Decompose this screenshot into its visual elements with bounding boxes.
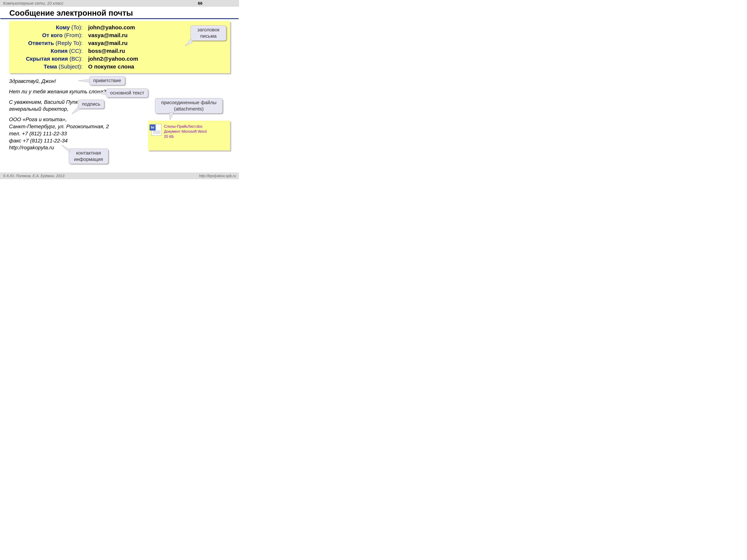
label-replyto-en: (Reply To):	[56, 40, 83, 46]
attachment-info: Слоны-ПрайсЛист.doc Документ Microsoft W…	[164, 124, 207, 139]
header-row-cc: Копия (CC): boss@mail.ru	[14, 47, 226, 55]
callout-header-text: заголовок письма	[198, 27, 220, 39]
word-document-icon	[151, 124, 161, 135]
email-body-text: Здравствуй, Джон! Нет ли у тебя желания …	[9, 78, 113, 151]
callout-contact-line2: информация	[74, 156, 103, 162]
top-bar: Компьютерные сети, 10 класс 66	[0, 0, 239, 7]
attachment-box: Слоны-ПрайсЛист.doc Документ Microsoft W…	[148, 121, 230, 151]
label-to-en: (To):	[71, 24, 82, 30]
body-contact: ООО «Рога и копыта», Санкт-Петербург, ул…	[9, 116, 113, 151]
slide-title: Сообщение электронной почты	[0, 7, 239, 19]
page-number: 66	[198, 1, 202, 6]
value-from: vasya@mail.ru	[88, 31, 128, 39]
callout-body: основной текст	[106, 88, 148, 98]
attachment-size: 20 КБ	[164, 134, 207, 139]
header-row-subject: Тема (Subject): О покупке слона	[14, 63, 226, 71]
value-to: john@yahoo.com	[88, 24, 135, 31]
email-header-box: Кому (To): john@yahoo.com От кого (From)…	[9, 21, 230, 73]
label-cc-ru: Копия	[51, 48, 68, 54]
attachment-type: Документ Microsoft Word	[164, 129, 207, 134]
value-subject: О покупке слона	[88, 63, 134, 71]
label-from-ru: От кого	[42, 32, 63, 38]
value-cc: boss@mail.ru	[88, 47, 125, 55]
svg-marker-4	[169, 112, 174, 120]
callout-greeting: приветствие	[89, 76, 125, 85]
callout-body-text: основной текст	[110, 90, 144, 96]
callout-signature: подпись	[78, 100, 104, 109]
callout-signature-text: подпись	[82, 101, 100, 107]
callout-attachments-line2: (attachments)	[174, 106, 204, 112]
callout-header: заголовок письма	[190, 25, 226, 41]
footer-url: http://kpolyakov.spb.ru	[199, 174, 236, 178]
label-bcc-en: (BC):	[70, 56, 82, 62]
callout-contact-line1: контактная	[76, 150, 101, 156]
label-cc-en: (CC):	[69, 48, 82, 54]
course-label: Компьютерные сети, 10 класс	[3, 1, 63, 6]
label-bcc-ru: Скрытая копия	[26, 56, 68, 62]
value-replyto: vasya@mail.ru	[88, 39, 128, 47]
callout-attachments-line1: присоединенные файлы	[161, 100, 216, 105]
email-body-area: Здравствуй, Джон! Нет ли у тебя желания …	[9, 78, 230, 151]
body-main: Нет ли у тебя желания купить слона?	[9, 88, 113, 95]
label-subject-ru: Тема	[44, 63, 57, 70]
callout-attachments: присоединенные файлы (attachments)	[155, 98, 223, 113]
label-from-en: (From):	[64, 32, 82, 38]
footer-bar: © К.Ю. Поляков, Е.А. Ерёмин, 2013 http:/…	[0, 172, 239, 179]
value-bcc: john2@yahoo.com	[88, 55, 138, 63]
attachment-filename: Слоны-ПрайсЛист.doc	[164, 124, 207, 129]
callout-contact: контактная информация	[69, 149, 108, 164]
label-replyto-ru: Ответить	[28, 40, 54, 46]
header-row-bcc: Скрытая копия (BC): john2@yahoo.com	[14, 55, 226, 63]
footer-copyright: © К.Ю. Поляков, Е.А. Ерёмин, 2013	[3, 174, 65, 178]
label-to-ru: Кому	[56, 24, 70, 30]
label-subject-en: (Subject):	[59, 63, 82, 70]
callout-greeting-text: приветствие	[93, 78, 121, 83]
